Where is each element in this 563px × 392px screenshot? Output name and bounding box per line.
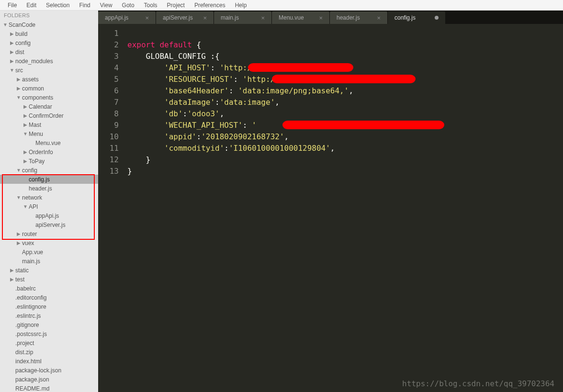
tree-item-router[interactable]: router [0, 229, 98, 238]
tree-item-confirmorder[interactable]: ConfirmOrder [0, 111, 98, 120]
code-line-10[interactable]: 'appid':'2018020902168732', [127, 131, 549, 143]
chevron-right-icon[interactable] [16, 77, 21, 82]
code-line-7[interactable]: 'dataImage':'data:image', [127, 97, 549, 108]
minimap[interactable] [549, 24, 563, 392]
chevron-right-icon[interactable] [10, 277, 14, 282]
tree-item-config[interactable]: config [0, 38, 98, 47]
tree-label: build [14, 31, 27, 37]
chevron-down-icon[interactable] [16, 95, 21, 100]
tree-item-config-js[interactable]: config.js [0, 175, 98, 184]
close-icon[interactable]: × [377, 14, 381, 22]
file-tree[interactable]: ScanCodebuildconfigdistnode_modulessrcas… [0, 20, 98, 392]
chevron-right-icon[interactable] [10, 58, 14, 64]
tree-item-node-modules[interactable]: node_modules [0, 56, 98, 66]
tab-config-js[interactable]: config.js [388, 11, 445, 24]
tree-item-vuex[interactable]: vuex [0, 238, 98, 247]
menu-help[interactable]: Help [230, 2, 252, 9]
chevron-right-icon[interactable] [23, 158, 28, 164]
close-icon[interactable]: × [261, 14, 265, 22]
tree-item-test[interactable]: test [0, 275, 98, 284]
tree-item--gitignore[interactable]: .gitignore [0, 320, 98, 329]
tree-item-src[interactable]: src [0, 66, 98, 75]
chevron-down-icon[interactable] [3, 22, 8, 27]
tree-item-assets[interactable]: assets [0, 75, 98, 84]
tree-item--project[interactable]: .project [0, 338, 98, 347]
menu-preferences[interactable]: Preferences [190, 2, 230, 9]
chevron-down-icon[interactable] [10, 67, 14, 73]
chevron-right-icon[interactable] [10, 40, 14, 45]
redaction-mark [248, 63, 353, 72]
tree-item-header-js[interactable]: header.js [0, 184, 98, 193]
chevron-right-icon[interactable] [10, 268, 14, 273]
chevron-right-icon[interactable] [16, 231, 21, 236]
tree-item-components[interactable]: components [0, 93, 98, 102]
code-line-6[interactable]: 'base64Header': 'data:image/png;base64,'… [127, 85, 549, 97]
menu-selection[interactable]: Selection [41, 2, 74, 9]
chevron-right-icon[interactable] [23, 104, 28, 109]
chevron-down-icon[interactable] [16, 168, 21, 173]
tree-item-topay[interactable]: ToPay [0, 157, 98, 166]
tree-item-build[interactable]: build [0, 29, 98, 38]
code-line-11[interactable]: 'commodityid':'I1060100001000129804', [127, 143, 549, 154]
tree-item--babelrc[interactable]: .babelrc [0, 284, 98, 293]
chevron-down-icon[interactable] [16, 195, 21, 200]
code-line-3[interactable]: GLOBAL_CONFIG :{ [127, 51, 549, 62]
tree-label: Menu [28, 131, 43, 137]
code-line-13[interactable]: } [127, 166, 549, 177]
chevron-down-icon[interactable] [23, 204, 28, 209]
tree-item-package-lock-json[interactable]: package-lock.json [0, 366, 98, 375]
tab-apiserver-js[interactable]: apiServer.js× [156, 11, 214, 24]
code-line-1[interactable] [127, 28, 549, 39]
tree-item-readme-md[interactable]: README.md [0, 384, 98, 392]
chevron-right-icon[interactable] [23, 149, 28, 155]
menu-tools[interactable]: Tools [139, 2, 162, 9]
tree-item-orderinfo[interactable]: OrderInfo [0, 147, 98, 157]
chevron-right-icon[interactable] [23, 113, 28, 118]
tab-header-js[interactable]: header.js× [330, 11, 387, 24]
tab-appapi-js[interactable]: appApi.js× [98, 11, 156, 24]
menu-find[interactable]: Find [74, 2, 95, 9]
menu-project[interactable]: Project [162, 2, 190, 9]
tree-item--editorconfig[interactable]: .editorconfig [0, 293, 98, 302]
tab-main-js[interactable]: main.js× [214, 11, 271, 24]
tree-item--postcssrc-js[interactable]: .postcssrc.js [0, 329, 98, 338]
tree-item-network[interactable]: network [0, 193, 98, 202]
tree-item-api[interactable]: API [0, 202, 98, 211]
menu-file[interactable]: File [3, 2, 22, 9]
code-line-2[interactable]: export default { [127, 39, 549, 51]
menu-edit[interactable]: Edit [22, 2, 41, 9]
close-icon[interactable]: × [319, 14, 323, 22]
tree-item-dist-zip[interactable]: dist.zip [0, 347, 98, 357]
tree-item-static[interactable]: static [0, 266, 98, 275]
tree-item-package-json[interactable]: package.json [0, 375, 98, 384]
tab-menu-vue[interactable]: Menu.vue× [272, 11, 329, 24]
tree-item-common[interactable]: common [0, 84, 98, 93]
tree-item-config[interactable]: config [0, 166, 98, 175]
close-icon[interactable]: × [145, 14, 149, 22]
chevron-down-icon[interactable] [23, 131, 28, 136]
tree-item--eslintignore[interactable]: .eslintignore [0, 302, 98, 311]
code-line-12[interactable]: } [127, 154, 549, 166]
chevron-right-icon[interactable] [16, 86, 21, 91]
tree-item-app-vue[interactable]: App.vue [0, 247, 98, 257]
menu-view[interactable]: View [95, 2, 117, 9]
tree-item--eslintrc-js[interactable]: .eslintrc.js [0, 311, 98, 320]
chevron-right-icon[interactable] [10, 31, 14, 36]
tree-item-scancode[interactable]: ScanCode [0, 20, 98, 29]
close-icon[interactable]: × [203, 14, 207, 22]
tree-item-apiserver-js[interactable]: apiServer.js [0, 220, 98, 229]
code-area[interactable]: export default { GLOBAL_CONFIG :{ 'API_H… [124, 24, 549, 392]
tree-item-index-html[interactable]: index.html [0, 357, 98, 366]
tree-item-dist[interactable]: dist [0, 47, 98, 56]
menu-goto[interactable]: Goto [117, 2, 139, 9]
tree-item-calendar[interactable]: Calendar [0, 102, 98, 111]
tree-item-menu[interactable]: Menu [0, 129, 98, 138]
code-line-8[interactable]: 'db':'odoo3', [127, 108, 549, 120]
chevron-right-icon[interactable] [16, 240, 21, 246]
chevron-right-icon[interactable] [10, 49, 14, 55]
tree-item-main-js[interactable]: main.js [0, 257, 98, 266]
tree-item-menu-vue[interactable]: Menu.vue [0, 138, 98, 147]
tree-item-appapi-js[interactable]: appApi.js [0, 211, 98, 220]
tree-item-mast[interactable]: Mast [0, 120, 98, 129]
chevron-right-icon[interactable] [23, 122, 28, 127]
